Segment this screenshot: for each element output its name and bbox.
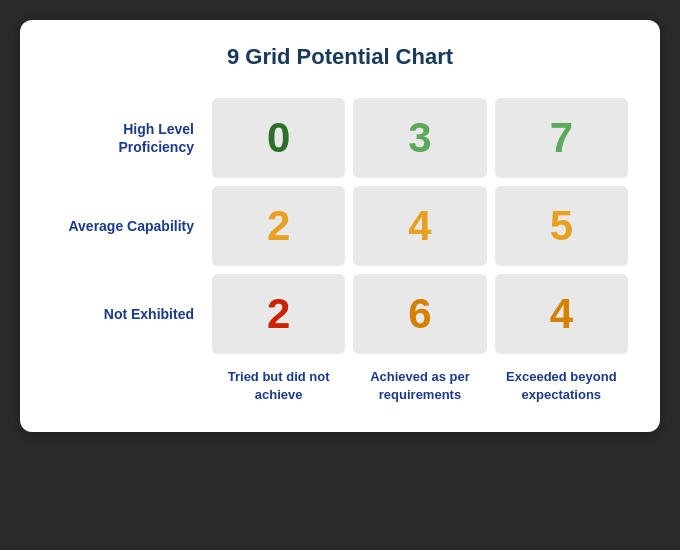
cell-1-2: 5 xyxy=(495,186,628,266)
chart-card: 9 Grid Potential Chart High Level Profic… xyxy=(20,20,660,432)
cell-2-0: 2 xyxy=(212,274,345,354)
chart-title: 9 Grid Potential Chart xyxy=(48,44,632,70)
grid-container: High Level Proficiency 0 3 7 Average Cap… xyxy=(48,94,632,404)
row-label-high: High Level Proficiency xyxy=(48,94,208,182)
col-label-0: Tried but did not achieve xyxy=(208,358,349,404)
cell-0-0: 0 xyxy=(212,98,345,178)
cell-1-1: 4 xyxy=(353,186,486,266)
row-label-not: Not Exhibited xyxy=(48,270,208,358)
cell-2-2: 4 xyxy=(495,274,628,354)
cell-2-1: 6 xyxy=(353,274,486,354)
grid-corner xyxy=(48,358,208,404)
col-label-1: Achieved as per requirements xyxy=(349,358,490,404)
col-label-2: Exceeded beyond expectations xyxy=(491,358,632,404)
cell-0-1: 3 xyxy=(353,98,486,178)
cell-0-2: 7 xyxy=(495,98,628,178)
row-label-avg: Average Capability xyxy=(48,182,208,270)
cell-1-0: 2 xyxy=(212,186,345,266)
